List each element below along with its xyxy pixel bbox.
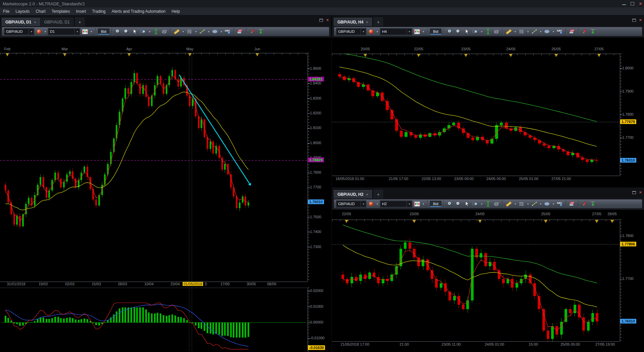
eraser-icon[interactable]	[236, 28, 244, 35]
refresh-view-icon[interactable]	[161, 28, 168, 35]
bid-button[interactable]: Bid	[430, 28, 441, 35]
chevron-down-icon[interactable]: ▾	[220, 30, 223, 33]
price-plot-h2[interactable]	[332, 220, 620, 341]
menu-item-templates[interactable]: Templates	[49, 9, 73, 14]
fibonacci-icon[interactable]: F	[518, 28, 525, 35]
period-select[interactable]: H4▾	[380, 28, 412, 35]
chevron-down-icon[interactable]: ▾	[407, 28, 412, 35]
fibonacci-icon[interactable]: F	[518, 200, 525, 208]
refresh-view-icon[interactable]	[493, 28, 500, 35]
chevron-down-icon[interactable]: ▾	[181, 30, 185, 33]
chevron-down-icon[interactable]: ▾	[514, 202, 517, 206]
zoom-in-icon[interactable]	[446, 200, 454, 208]
chevron-down-icon[interactable]: ▾	[407, 201, 412, 207]
eraser-icon[interactable]	[569, 200, 576, 208]
chevron-down-icon[interactable]: ▾	[480, 30, 483, 33]
period-select[interactable]: H2▾	[380, 200, 412, 208]
bid-button[interactable]: Bid	[98, 28, 109, 35]
chevron-down-icon[interactable]: ▾	[526, 30, 530, 33]
pointer-icon[interactable]	[131, 28, 139, 35]
menu-item-layouts[interactable]: Layouts	[12, 9, 33, 14]
chevron-down-icon[interactable]: ▾	[376, 30, 379, 33]
chevron-down-icon[interactable]: ▾	[422, 30, 425, 33]
period-select[interactable]: D1▾	[48, 28, 80, 35]
text-label-icon[interactable]: ABC	[556, 200, 564, 208]
menu-item-chart[interactable]: Chart	[33, 9, 48, 14]
menu-item-alerts-and-trading-automation[interactable]: Alerts and Trading Automation	[109, 9, 169, 14]
symbol-select[interactable]: GBP/AUD▾	[336, 28, 366, 35]
panel-close-icon[interactable]: ×	[639, 18, 642, 22]
chevron-down-icon[interactable]: ▾	[207, 30, 210, 33]
chart-canvas-h2[interactable]: 22/0523/0524/0525/0527/0528/0521/05/2018…	[332, 210, 644, 352]
ellipse-icon[interactable]	[543, 28, 551, 35]
tab-gbp-aud-h4-0[interactable]: GBP/AUD, H4×	[334, 18, 372, 26]
fibonacci-icon[interactable]: F	[186, 28, 193, 35]
chart-type-icon[interactable]	[81, 28, 89, 35]
trendline-icon[interactable]	[531, 28, 538, 35]
close-icon[interactable]: ×	[639, 2, 642, 6]
ruler-icon[interactable]	[173, 28, 180, 35]
chevron-down-icon[interactable]: ▾	[148, 30, 151, 33]
marker-icon[interactable]	[581, 200, 588, 208]
tab-close-icon[interactable]: ×	[34, 20, 36, 24]
zoom-range-icon[interactable]	[472, 200, 479, 208]
pointer-icon[interactable]	[463, 200, 471, 208]
ellipse-icon[interactable]	[543, 200, 551, 208]
zoom-range-icon[interactable]	[472, 28, 479, 35]
chevron-down-icon[interactable]: ▾	[361, 201, 366, 207]
chart-canvas-h4[interactable]: 20/0522/0523/0524/0525/0527/0518/05/2018…	[332, 38, 644, 187]
chevron-down-icon[interactable]: ▾	[480, 202, 483, 206]
pointer-icon[interactable]	[463, 28, 471, 35]
new-tab-button[interactable]: +	[75, 17, 85, 26]
instrument-sphere-icon[interactable]	[35, 28, 43, 35]
tab-close-icon[interactable]: ×	[366, 192, 368, 196]
tab-gbp-aud-d1-1[interactable]: GBP/AUD, D1	[41, 18, 73, 26]
price-plot-d1[interactable]	[0, 53, 308, 282]
marker-icon[interactable]	[581, 28, 588, 35]
chart-shift-icon[interactable]	[589, 28, 597, 35]
chart-shift-icon[interactable]	[589, 200, 597, 208]
eraser-icon[interactable]	[569, 28, 576, 35]
macd-plot[interactable]	[0, 288, 308, 351]
zoom-range-icon[interactable]	[140, 28, 147, 35]
text-label-icon[interactable]: ABC	[224, 28, 231, 35]
zoom-in-icon[interactable]	[114, 28, 122, 35]
tab-gbp-aud-d1-0[interactable]: GBP/AUD, D1×	[2, 18, 40, 26]
tab-gbp-aud-h2-0[interactable]: GBP/AUD, H2×	[334, 190, 372, 198]
menu-item-insert[interactable]: Insert	[73, 9, 89, 14]
ruler-icon[interactable]	[505, 200, 513, 208]
marker-icon[interactable]	[249, 28, 256, 35]
zoom-out-icon[interactable]	[455, 200, 462, 208]
chart-shift-icon[interactable]	[257, 28, 265, 35]
tab-close-icon[interactable]: ×	[366, 20, 368, 24]
menu-item-file[interactable]: File	[0, 9, 12, 14]
chevron-down-icon[interactable]: ▾	[552, 202, 555, 206]
chevron-down-icon[interactable]: ▾	[552, 30, 555, 33]
ellipse-icon[interactable]	[211, 28, 219, 35]
vertical-scale-icon[interactable]	[152, 28, 160, 35]
instrument-sphere-icon[interactable]	[367, 200, 375, 208]
panel-maximize-icon[interactable]	[319, 19, 323, 22]
chevron-down-icon[interactable]: ▾	[539, 30, 542, 33]
minimize-icon[interactable]	[622, 4, 626, 5]
chart-type-icon[interactable]	[413, 28, 421, 35]
text-label-icon[interactable]: ABC	[556, 28, 564, 35]
chevron-down-icon[interactable]: ▾	[44, 30, 47, 33]
trendline-icon[interactable]	[199, 28, 206, 35]
chevron-down-icon[interactable]: ▾	[194, 30, 198, 33]
price-plot-h4[interactable]	[332, 54, 620, 176]
chevron-down-icon[interactable]: ▾	[526, 202, 530, 206]
bid-button[interactable]: Bid	[430, 201, 441, 207]
chevron-down-icon[interactable]: ▾	[74, 28, 80, 35]
new-tab-button[interactable]: +	[374, 17, 383, 26]
vertical-scale-icon[interactable]	[484, 28, 492, 35]
refresh-view-icon[interactable]	[493, 200, 500, 208]
chart-canvas-d1[interactable]: FebMarAprMayJun31/01/201819/0202/0315/03…	[0, 38, 331, 352]
ruler-icon[interactable]	[505, 28, 513, 35]
panel-close-icon[interactable]: ×	[326, 18, 329, 22]
vertical-scale-icon[interactable]	[484, 200, 492, 208]
chart-type-icon[interactable]	[413, 200, 421, 208]
symbol-select[interactable]: GBP/AUD▾	[4, 28, 34, 35]
restore-icon[interactable]	[631, 2, 634, 5]
chevron-down-icon[interactable]: ▾	[422, 202, 425, 206]
